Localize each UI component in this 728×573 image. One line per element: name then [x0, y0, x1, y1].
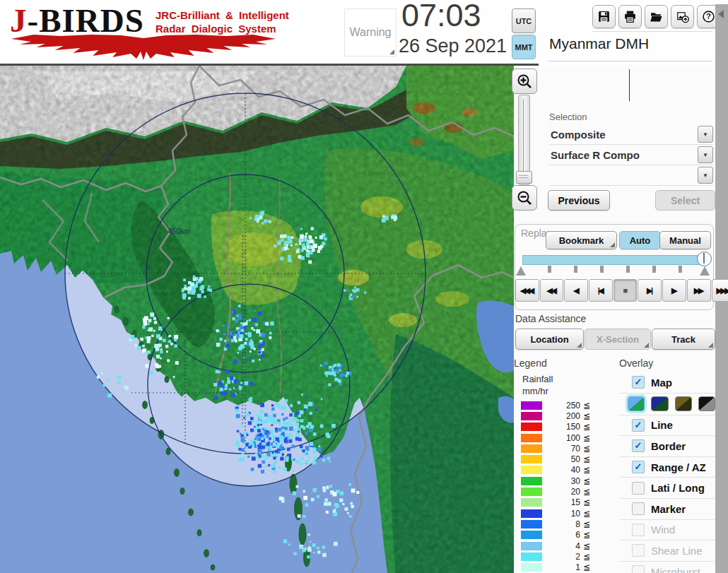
legend-row: 6≦	[521, 530, 590, 540]
legend-value: 200	[551, 411, 580, 421]
logo-tagline: JRC-Brilliant & Intelligent Radar Dialog…	[155, 8, 289, 35]
map-checkbox[interactable]: ✓	[632, 376, 645, 389]
divider	[548, 61, 712, 61]
location-button[interactable]: Location	[515, 329, 584, 350]
mmt-button[interactable]: MMT	[512, 35, 536, 59]
fast-rewind-button[interactable]: ◀◀◀	[515, 279, 539, 302]
manual-button[interactable]: Manual	[659, 231, 711, 249]
product-dropdown[interactable]: Surface R Compo ▼	[549, 145, 713, 165]
rainfall-legend: 250≦200≦150≦100≦70≦50≦40≦30≦20≦15≦10≦8≦6…	[521, 400, 590, 573]
legend-value: 4	[551, 541, 580, 551]
legend-row: 100≦	[521, 432, 590, 443]
bookmark-button[interactable]: Bookmark	[546, 231, 617, 249]
open-folder-button[interactable]	[645, 5, 668, 28]
overlay-item-map[interactable]: ✓Map	[619, 372, 715, 394]
chevron-down-icon[interactable]: ▼	[698, 126, 713, 143]
zoom-slider-handle[interactable]	[516, 171, 532, 184]
lati-long-checkbox[interactable]	[632, 482, 645, 495]
map-style-swatch-4[interactable]	[698, 396, 715, 411]
range-az-checkbox[interactable]: ✓	[632, 461, 645, 473]
chevron-down-icon[interactable]: ▼	[698, 167, 713, 184]
zoom-in-icon	[516, 73, 533, 90]
overlay-item-shear-line[interactable]: Shear Line	[619, 540, 715, 562]
print-button[interactable]	[618, 5, 642, 28]
utc-button[interactable]: UTC	[512, 8, 536, 33]
legend-value: 100	[551, 433, 580, 443]
legend-suffix: ≦	[583, 487, 590, 497]
overlay-label: Overlay	[619, 358, 653, 369]
border-checkbox[interactable]: ✓	[632, 439, 645, 452]
legend-row: 8≦	[521, 519, 590, 529]
legend-row: 30≦	[521, 475, 590, 486]
legend-value: 70	[551, 444, 580, 454]
legend-suffix: ≦	[583, 530, 590, 540]
wind-checkbox	[632, 524, 645, 536]
zoom-in-button[interactable]	[512, 69, 537, 94]
rainfall-unit-label: mm/hr	[522, 386, 548, 396]
empty-dropdown[interactable]: ▼	[549, 165, 713, 186]
map-style-swatch-1[interactable]	[628, 396, 645, 411]
overlay-item-microburst[interactable]: Microburst	[619, 562, 715, 573]
map-style-swatch-3[interactable]	[675, 396, 692, 411]
track-button[interactable]: Track	[652, 329, 715, 350]
forward-button[interactable]: ▶▶	[687, 279, 711, 302]
step-back-button[interactable]: ◀	[564, 279, 588, 302]
microburst-checkbox	[632, 565, 645, 573]
selection-label: Selection	[549, 112, 587, 122]
chevron-down-icon[interactable]: ▼	[698, 146, 713, 163]
clock-time: 07:03	[401, 0, 481, 34]
value-display-cursor	[629, 69, 630, 101]
legend-color-swatch	[521, 509, 542, 518]
clock-date: 26 Sep 2021	[399, 35, 507, 57]
legend-row: 10≦	[521, 508, 590, 519]
select-button[interactable]: Select	[655, 190, 715, 211]
collapse-arrow-icon[interactable]	[718, 10, 724, 18]
replay-timeline-handle[interactable]	[697, 252, 712, 266]
warning-dropdown[interactable]: Warning	[344, 8, 397, 57]
legend-color-swatch	[521, 455, 542, 463]
product-value: Surface R Compo	[549, 149, 698, 161]
fast-forward-button[interactable]: ▶▶▶	[712, 279, 728, 302]
composite-value: Composite	[549, 129, 698, 141]
timeline-start-marker[interactable]	[516, 266, 526, 276]
legend-row: 20≦	[521, 486, 590, 497]
line-checkbox[interactable]: ✓	[632, 419, 645, 432]
stop-button[interactable]: ■	[613, 279, 638, 302]
overlay-item-line[interactable]: ✓Line	[619, 415, 715, 437]
legend-row: 15≦	[521, 497, 590, 508]
timeline-tick	[626, 266, 630, 273]
marker-checkbox[interactable]	[632, 502, 645, 515]
map-style-swatch-2[interactable]	[651, 396, 668, 411]
rewind-button[interactable]: ◀◀	[540, 279, 564, 302]
skip-to-end-button[interactable]: ▶|	[638, 279, 662, 302]
x-section-button[interactable]: X-Section	[585, 329, 651, 350]
legend-value: 15	[551, 497, 580, 507]
save-button[interactable]	[592, 5, 616, 28]
overlay-item-border[interactable]: ✓Border	[619, 436, 715, 457]
overlay-item-range-az[interactable]: ✓Range / AZ	[619, 457, 715, 478]
skip-to-start-button[interactable]: |◀	[589, 279, 613, 302]
overlay-item-marker[interactable]: Marker	[619, 499, 715, 520]
play-button[interactable]: ▶	[662, 279, 686, 302]
legend-color-swatch	[521, 563, 542, 572]
legend-row: 2≦	[521, 551, 590, 562]
microburst-label: Microburst	[651, 566, 700, 573]
border-label: Border	[651, 440, 686, 452]
overlay-item-lati-long[interactable]: Lati / Long	[619, 478, 715, 499]
timeline-end-marker[interactable]	[700, 266, 710, 276]
previous-button[interactable]: Previous	[548, 190, 610, 211]
replay-timeline-track[interactable]	[522, 255, 706, 265]
warning-label: Warning	[350, 26, 392, 39]
composite-dropdown[interactable]: Composite ▼	[549, 124, 713, 145]
overlay-item-wind[interactable]: Wind	[619, 520, 715, 541]
export-image-button[interactable]	[671, 5, 694, 28]
legend-label: Legend	[514, 358, 547, 369]
radar-map[interactable]: 450km	[0, 66, 514, 573]
legend-color-swatch	[521, 520, 542, 528]
legend-row: 250≦	[521, 400, 590, 410]
legend-color-swatch	[521, 444, 542, 453]
lati-long-label: Lati / Long	[651, 482, 705, 494]
auto-button[interactable]: Auto	[619, 231, 661, 249]
zoom-out-button[interactable]	[512, 185, 537, 211]
legend-suffix: ≦	[583, 465, 590, 475]
